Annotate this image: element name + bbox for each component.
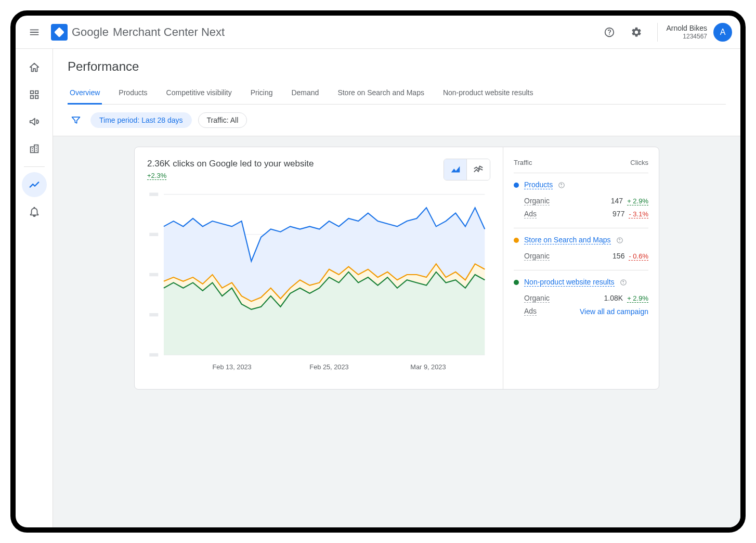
chart-title: 2.36K clicks on Google led to your websi… xyxy=(147,159,314,169)
legend-col-clicks: Clicks xyxy=(630,159,648,166)
legend-row-label: Ads xyxy=(524,307,537,316)
filter-chip-time-period[interactable]: Time period: Last 28 days xyxy=(90,112,192,128)
tab-store-on-search-and-maps[interactable]: Store on Search and Maps xyxy=(335,82,426,105)
info-icon[interactable] xyxy=(620,279,627,286)
legend-row-value: 156 xyxy=(612,252,624,260)
filter-row: Time period: Last 28 days Traffic: All xyxy=(53,105,740,136)
legend-section: Store on Search and MapsOrganic156- 0.6% xyxy=(514,228,648,270)
brand-google: Google xyxy=(72,25,109,39)
tab-overview[interactable]: Overview xyxy=(68,82,102,105)
account-name: Arnold Bikes xyxy=(666,24,707,33)
legend-link[interactable]: Products xyxy=(524,180,553,189)
info-icon[interactable] xyxy=(616,237,623,244)
legend-row-value: 1.08K xyxy=(604,294,623,302)
brand-product: Merchant Center Next xyxy=(113,25,225,39)
line-chart-icon[interactable] xyxy=(467,159,490,180)
top-bar: Google Merchant Center Next Arnold Bikes… xyxy=(16,16,740,49)
legend-row: Ads977- 3.1% xyxy=(514,208,648,221)
svg-text:Mar 9, 2023: Mar 9, 2023 xyxy=(410,363,446,371)
help-icon[interactable] xyxy=(599,22,620,43)
nav-notifications-icon[interactable] xyxy=(22,199,47,224)
nav-business-icon[interactable] xyxy=(22,136,47,161)
filter-chip-traffic[interactable]: Traffic: All xyxy=(198,112,247,128)
brand: Google Merchant Center Next xyxy=(51,24,225,41)
page-title: Performance xyxy=(68,59,726,74)
legend-section: ProductsOrganic147+ 2.9%Ads977- 3.1% xyxy=(514,173,648,228)
filter-icon[interactable] xyxy=(68,112,84,128)
legend-link[interactable]: Store on Search and Maps xyxy=(524,236,611,244)
legend-row-delta: + 2.9% xyxy=(627,197,648,205)
legend-section: Non-product website resultsOrganic1.08K+… xyxy=(514,270,648,325)
legend-dot-icon xyxy=(514,238,519,243)
legend-row-label: Organic xyxy=(524,252,550,261)
legend-row-label: Ads xyxy=(524,210,537,218)
legend-link[interactable]: Non-product website results xyxy=(524,278,615,287)
legend-row: Organic147+ 2.9% xyxy=(514,195,648,208)
tab-pricing[interactable]: Pricing xyxy=(249,82,275,105)
nav-apps-icon[interactable] xyxy=(22,82,47,107)
view-all-link[interactable]: View all ad campaign xyxy=(580,307,648,316)
legend-row-label: Organic xyxy=(524,294,550,303)
tab-demand[interactable]: Demand xyxy=(289,82,321,105)
nav-campaign-icon[interactable] xyxy=(22,109,47,134)
svg-text:Feb 13, 2023: Feb 13, 2023 xyxy=(212,363,251,371)
legend-row: Organic156- 0.6% xyxy=(514,250,648,263)
area-chart-icon[interactable] xyxy=(444,159,467,180)
chart-view-toggle xyxy=(444,159,490,180)
legend-row-label: Organic xyxy=(524,197,550,205)
sidebar xyxy=(16,49,53,527)
tab-non-product-website-results[interactable]: Non-product website results xyxy=(441,82,536,105)
nav-performance-icon[interactable] xyxy=(22,172,47,197)
legend-row-delta: - 3.1% xyxy=(629,210,648,218)
svg-rect-3 xyxy=(149,233,158,236)
legend-row-value: 147 xyxy=(611,197,623,205)
legend-dot-icon xyxy=(514,280,519,285)
svg-text:Feb 25, 2023: Feb 25, 2023 xyxy=(309,363,348,371)
svg-rect-7 xyxy=(149,313,158,316)
nav-home-icon[interactable] xyxy=(22,55,47,80)
legend-row-delta: - 0.6% xyxy=(629,252,648,261)
legend-dot-icon xyxy=(514,183,519,188)
svg-rect-1 xyxy=(149,192,158,196)
legend-row: AdsView all ad campaign xyxy=(514,305,648,318)
nav-divider xyxy=(24,166,45,167)
tab-products[interactable]: Products xyxy=(116,82,149,105)
performance-card: 2.36K clicks on Google led to your websi… xyxy=(134,147,659,390)
avatar[interactable]: A xyxy=(713,23,732,42)
svg-rect-5 xyxy=(149,273,158,276)
tab-competitive-visibility[interactable]: Competitive visibility xyxy=(164,82,234,105)
chart-delta: +2.3% xyxy=(147,172,166,180)
merchant-center-logo-icon xyxy=(51,24,68,41)
legend-row-value: 977 xyxy=(612,210,624,218)
legend-col-traffic: Traffic xyxy=(514,159,532,166)
menu-icon[interactable] xyxy=(24,22,45,43)
info-icon[interactable] xyxy=(558,182,565,189)
legend-row: Organic1.08K+ 2.9% xyxy=(514,292,648,305)
account-id: 1234567 xyxy=(666,33,707,40)
account-block[interactable]: Arnold Bikes 1234567 A xyxy=(657,23,732,42)
svg-rect-9 xyxy=(149,353,158,356)
settings-icon[interactable] xyxy=(626,22,647,43)
tabs: OverviewProductsCompetitive visibilityPr… xyxy=(68,82,726,105)
traffic-chart: Feb 13, 2023Feb 25, 2023Mar 9, 2023 xyxy=(147,189,490,377)
legend-row-delta: + 2.9% xyxy=(627,294,648,303)
